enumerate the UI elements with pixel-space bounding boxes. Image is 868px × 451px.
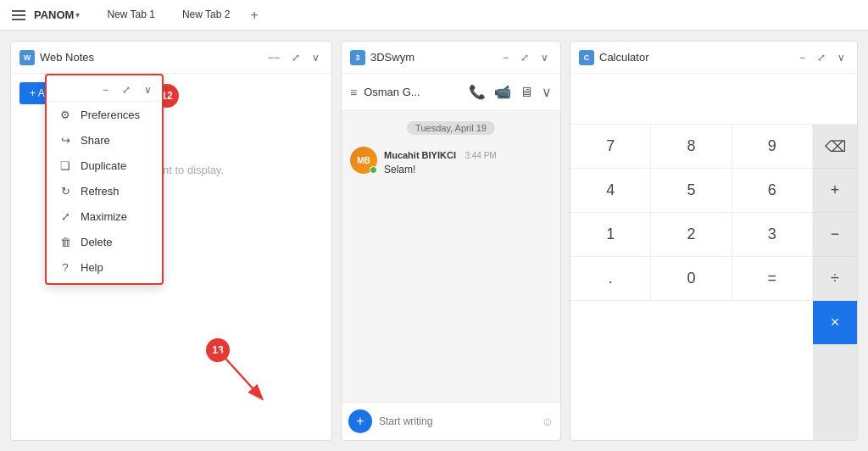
dropdown-expand[interactable]: ⤢ <box>119 82 134 97</box>
calc-row-4: . 0 = <box>570 257 813 301</box>
web-notes-header: W Web Notes − ⤢ ∨ <box>11 42 331 74</box>
dropdown-help[interactable]: ? Help <box>47 254 162 280</box>
dropdown-duplicate[interactable]: ❑ Duplicate <box>47 153 162 178</box>
dropdown-minimize[interactable]: − <box>99 82 112 97</box>
web-notes-expand[interactable]: ⤢ <box>288 50 303 65</box>
chat-message-text: Selam! <box>384 164 552 175</box>
chat-avatar-initials: MB <box>357 156 370 165</box>
dropdown-preferences-label: Preferences <box>81 109 140 121</box>
chat-emoji-icon[interactable]: ☺ <box>542 415 554 428</box>
chat-message-row: MB Mucahit BIYIKCI 3:44 PM Selam! <box>342 143 560 179</box>
calc-btn-4[interactable]: 4 <box>570 169 651 213</box>
chat-widget-header: 3 3DSwym − ⤢ ∨ <box>342 42 560 74</box>
dropdown-duplicate-label: Duplicate <box>81 159 126 172</box>
dropdown-share[interactable]: ↪ Share <box>47 127 162 153</box>
web-notes-widget: W Web Notes − ⤢ ∨ − ⤢ ∨ ⚙ Preferences ↪ … <box>10 41 332 441</box>
topbar: PANOM ▾ New Tab 1 New Tab 2 + <box>0 0 868 31</box>
maximize-icon: ⤢ <box>58 209 72 223</box>
refresh-icon: ↻ <box>58 184 72 198</box>
duplicate-icon: ❑ <box>58 159 72 172</box>
calc-btn-5[interactable]: 5 <box>651 169 732 213</box>
app-name-caret[interactable]: ▾ <box>75 10 80 19</box>
chat-input[interactable] <box>379 415 535 427</box>
web-notes-controls: − ⤢ ∨ <box>264 50 323 65</box>
svg-rect-0 <box>12 10 25 12</box>
chat-widget-controls: − ⤢ ∨ <box>499 50 552 65</box>
tab-new-tab-1[interactable]: New Tab 1 <box>93 0 168 31</box>
chat-more-icon[interactable]: ∨ <box>542 84 552 100</box>
tab-new-tab-2[interactable]: New Tab 2 <box>169 0 243 31</box>
calc-expand[interactable]: ⤢ <box>814 50 829 65</box>
tab-add-button[interactable]: + <box>243 0 264 31</box>
calc-btn-backspace[interactable]: ⌫ <box>813 125 857 169</box>
calc-display <box>570 74 857 125</box>
chat-date-label: Tuesday, April 19 <box>407 121 495 135</box>
chat-minimize[interactable]: − <box>499 50 512 65</box>
delete-icon: 🗑 <box>58 235 72 248</box>
chat-screen-icon[interactable]: 🖥 <box>520 85 533 100</box>
chat-body: Tuesday, April 19 MB Mucahit BIYIKCI 3:4… <box>342 111 560 402</box>
calc-row-1: 7 8 9 <box>570 125 813 169</box>
calc-btn-8[interactable]: 8 <box>651 125 732 169</box>
chat-widget: 3 3DSwym − ⤢ ∨ ≡ Osman G... 📞 📹 🖥 ∨ Tues… <box>341 41 561 441</box>
tabs: New Tab 1 New Tab 2 + <box>93 0 264 31</box>
calc-btn-2[interactable]: 2 <box>651 213 732 257</box>
calc-minimize[interactable]: − <box>796 50 809 65</box>
chat-message-content: Mucahit BIYIKCI 3:44 PM Selam! <box>384 147 552 175</box>
dropdown-maximize-label: Maximize <box>81 210 127 223</box>
calc-btn-equals[interactable]: = <box>732 257 813 301</box>
dropdown-share-label: Share <box>81 134 110 147</box>
dropdown-preferences[interactable]: ⚙ Preferences <box>47 102 162 127</box>
dropdown-menu: − ⤢ ∨ ⚙ Preferences ↪ Share ❑ Duplicate … <box>45 74 164 285</box>
web-notes-title: Web Notes <box>40 51 259 64</box>
calc-btn-3[interactable]: 3 <box>732 213 813 257</box>
calc-btn-6[interactable]: 6 <box>732 169 813 213</box>
dropdown-chevron[interactable]: ∨ <box>141 82 155 97</box>
share-icon: ↪ <box>58 133 72 147</box>
dropdown-maximize[interactable]: ⤢ Maximize <box>47 203 162 229</box>
chat-chevron[interactable]: ∨ <box>537 50 552 65</box>
dropdown-refresh[interactable]: ↻ Refresh <box>47 178 162 203</box>
calc-chevron[interactable]: ∨ <box>834 50 849 65</box>
chat-add-button[interactable]: + <box>348 409 372 433</box>
arrow-svg <box>214 347 274 406</box>
calc-widget-icon: C <box>579 50 594 65</box>
chat-widget-title: 3DSwym <box>370 51 494 64</box>
chat-user-name: Osman G... <box>364 86 462 98</box>
calc-numbers: 7 8 9 4 5 6 1 2 3 . 0 = <box>570 125 813 440</box>
calc-btn-divide[interactable]: ÷ <box>813 257 857 301</box>
calc-btn-plus[interactable]: + <box>813 169 857 213</box>
calc-btn-0[interactable]: 0 <box>651 257 732 301</box>
calc-btn-1[interactable]: 1 <box>570 213 651 257</box>
calc-btn-minus[interactable]: − <box>813 213 857 257</box>
calc-ops-column: ⌫ + − ÷ × <box>813 125 857 440</box>
svg-rect-2 <box>12 19 25 20</box>
arrow-indicator: 13 <box>206 338 274 406</box>
dropdown-delete[interactable]: 🗑 Delete <box>47 229 162 254</box>
chat-sender-name: Mucahit BIYIKCI <box>384 150 456 160</box>
web-notes-chevron[interactable]: ∨ <box>309 50 323 65</box>
chat-video-icon[interactable]: 📹 <box>494 84 511 100</box>
svg-rect-1 <box>12 14 25 16</box>
dropdown-refresh-label: Refresh <box>81 185 120 198</box>
gear-icon: ⚙ <box>58 108 72 121</box>
app-name: PANOM <box>34 8 74 21</box>
calc-row-2: 4 5 6 <box>570 169 813 213</box>
chat-message-time: 3:44 PM <box>465 151 496 160</box>
help-icon: ? <box>58 260 72 274</box>
chat-expand[interactable]: ⤢ <box>517 50 532 65</box>
chat-date-divider: Tuesday, April 19 <box>342 120 560 135</box>
calc-btn-7[interactable]: 7 <box>570 125 651 169</box>
chat-phone-icon[interactable]: 📞 <box>469 84 486 100</box>
chat-action-icons: 📞 📹 🖥 ∨ <box>469 84 552 100</box>
chat-menu-icon[interactable]: ≡ <box>350 86 357 99</box>
calc-btn-dot[interactable]: . <box>570 257 651 301</box>
calc-btn-multiply[interactable]: × <box>813 301 857 345</box>
menu-icon[interactable] <box>7 3 31 27</box>
calc-body: 7 8 9 4 5 6 1 2 3 . 0 = <box>570 125 857 440</box>
dropdown-help-label: Help <box>81 261 103 274</box>
calc-btn-9[interactable]: 9 <box>732 125 813 169</box>
svg-line-3 <box>219 351 261 398</box>
web-notes-minimize[interactable]: − <box>264 50 283 65</box>
calc-widget-title: Calculator <box>599 51 791 64</box>
